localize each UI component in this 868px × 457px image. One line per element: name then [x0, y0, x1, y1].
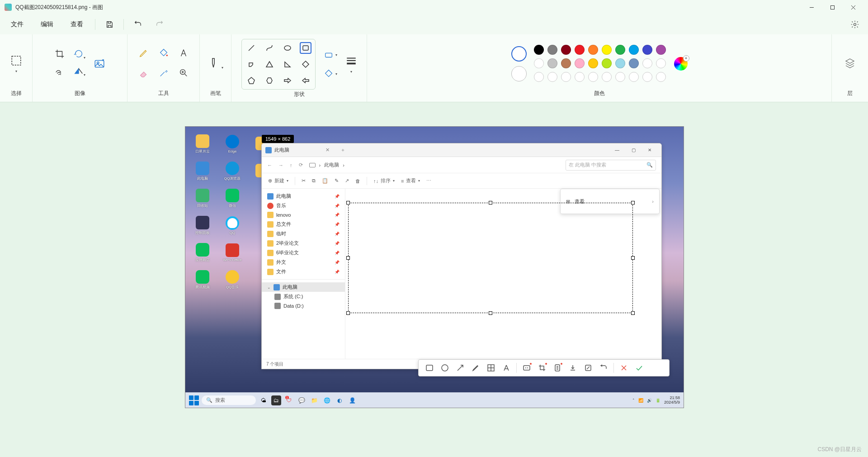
annot-mosaic[interactable]: [486, 362, 496, 373]
pencil-tool[interactable]: [139, 48, 149, 60]
shape-oval[interactable]: [282, 42, 293, 54]
color-swatch-empty[interactable]: [615, 72, 625, 82]
nav-up[interactable]: ↑: [290, 162, 292, 168]
color-swatch[interactable]: [534, 45, 544, 55]
sidebar-item[interactable]: 6毕业论文📌: [262, 248, 345, 257]
color-swatch[interactable]: [629, 58, 639, 68]
redo-button[interactable]: [155, 19, 165, 29]
tray-volume-icon[interactable]: 🔊: [647, 398, 652, 403]
shape-right-triangle[interactable]: [282, 58, 293, 70]
task-wechat[interactable]: 💬: [297, 395, 307, 405]
tray-clock[interactable]: 21:58 2024/5/9: [664, 396, 680, 405]
sidebar-thispc[interactable]: ⌄此电脑: [262, 282, 345, 292]
breadcrumb[interactable]: 此电脑: [324, 162, 339, 168]
brush-tool[interactable]: ▾: [208, 57, 223, 71]
resize-tool[interactable]: [55, 66, 67, 79]
sidebar-item[interactable]: 总文件📌: [262, 219, 345, 229]
image-generate-button[interactable]: [94, 58, 105, 70]
nav-back[interactable]: ←: [267, 162, 272, 168]
select-tool[interactable]: ▾: [10, 55, 22, 73]
toolbar-new[interactable]: ⊕新建▾: [268, 177, 288, 184]
toolbar-copy[interactable]: ⧉: [312, 178, 316, 184]
tab-new-icon[interactable]: ＋: [340, 147, 345, 153]
shape-arrow-right[interactable]: [282, 75, 293, 86]
minimize-button[interactable]: [801, 0, 822, 14]
explorer-minimize[interactable]: —: [609, 148, 625, 152]
explorer-maximize[interactable]: ▢: [625, 148, 642, 152]
color-swatch-empty[interactable]: [534, 72, 544, 82]
tab-close-icon[interactable]: ✕: [326, 147, 330, 153]
crop-tool[interactable]: [55, 49, 67, 62]
shape-pentagon[interactable]: [245, 75, 257, 86]
tray-wifi-icon[interactable]: 📶: [638, 398, 643, 403]
nav-forward[interactable]: →: [278, 162, 283, 168]
shape-curve[interactable]: [264, 42, 275, 54]
explorer-search[interactable]: 在 此电脑 中搜索🔍: [566, 160, 656, 171]
annot-scroll[interactable]: [552, 362, 563, 373]
color-swatch[interactable]: [629, 45, 639, 55]
sidebar-item[interactable]: 此电脑📌: [262, 191, 345, 201]
menu-edit[interactable]: 编辑: [38, 19, 56, 30]
annot-number[interactable]: [521, 362, 532, 373]
shape-fill-button[interactable]: ▾: [324, 69, 337, 79]
zoom-tool[interactable]: [179, 68, 189, 80]
annot-edit2[interactable]: [583, 362, 594, 373]
color2-swatch[interactable]: [511, 66, 527, 81]
annot-arrow[interactable]: [455, 362, 466, 373]
annot-crop[interactable]: [537, 362, 547, 373]
color-swatch-empty[interactable]: [588, 72, 598, 82]
picker-tool[interactable]: [159, 68, 169, 80]
task-explorer[interactable]: 🗂: [271, 395, 281, 405]
flip-tool[interactable]: ▾: [74, 66, 86, 79]
color-swatch-empty[interactable]: [547, 72, 557, 82]
toolbar-more[interactable]: ⋯: [426, 178, 431, 184]
sidebar-drive[interactable]: 系统 (C:): [262, 292, 345, 301]
explorer-close[interactable]: ✕: [642, 148, 658, 152]
shape-outline-button[interactable]: ▾: [324, 50, 337, 60]
menu-file[interactable]: 文件: [8, 19, 26, 30]
settings-button[interactable]: [850, 19, 860, 29]
annot-undo[interactable]: [598, 362, 609, 373]
maximize-button[interactable]: [822, 0, 843, 14]
color-swatch[interactable]: [575, 45, 585, 55]
task-edge[interactable]: 🌐: [322, 395, 332, 405]
task-folder[interactable]: 📁: [309, 395, 319, 405]
close-button[interactable]: [843, 0, 863, 14]
shape-hexagon[interactable]: [264, 75, 275, 86]
sidebar-item[interactable]: 2毕业论文📌: [262, 238, 345, 248]
shape-arrow-left[interactable]: [300, 75, 311, 86]
shape-line[interactable]: [245, 42, 257, 54]
color-swatch-empty[interactable]: [561, 72, 571, 82]
color-swatch[interactable]: [602, 58, 612, 68]
color-swatch[interactable]: [656, 45, 666, 55]
annot-download[interactable]: [567, 362, 578, 373]
color-swatch-empty[interactable]: [575, 72, 585, 82]
annot-rect[interactable]: [424, 362, 435, 373]
start-button[interactable]: [189, 395, 199, 405]
sidebar-item[interactable]: 文件📌: [262, 267, 345, 276]
color-swatch[interactable]: [547, 58, 557, 68]
color-swatch[interactable]: [615, 45, 625, 55]
explorer-tab-title[interactable]: 此电脑: [274, 147, 289, 153]
toolbar-view[interactable]: ≡查看▾: [401, 177, 420, 184]
annot-circle[interactable]: [439, 362, 450, 373]
shape-diamond[interactable]: [300, 58, 311, 70]
color-swatch[interactable]: [547, 45, 557, 55]
annot-pen[interactable]: [470, 362, 481, 373]
color-swatch[interactable]: [588, 58, 598, 68]
sidebar-item[interactable]: 外文📌: [262, 257, 345, 267]
nav-refresh[interactable]: ⟳: [299, 162, 303, 168]
task-security[interactable]: 🛡1: [284, 395, 294, 405]
fill-tool[interactable]: [159, 48, 169, 60]
color-swatch[interactable]: [534, 58, 544, 68]
color-swatch-empty[interactable]: [656, 72, 666, 82]
color-swatch[interactable]: [615, 58, 625, 68]
task-app[interactable]: 👤: [347, 395, 357, 405]
color-swatch[interactable]: [642, 58, 652, 68]
color-swatch[interactable]: [602, 45, 612, 55]
color-swatch[interactable]: [561, 45, 571, 55]
sidebar-item[interactable]: 音乐📌: [262, 201, 345, 210]
color-swatch-empty[interactable]: [629, 72, 639, 82]
color-swatch[interactable]: [575, 58, 585, 68]
toolbar-delete[interactable]: 🗑: [355, 178, 360, 184]
